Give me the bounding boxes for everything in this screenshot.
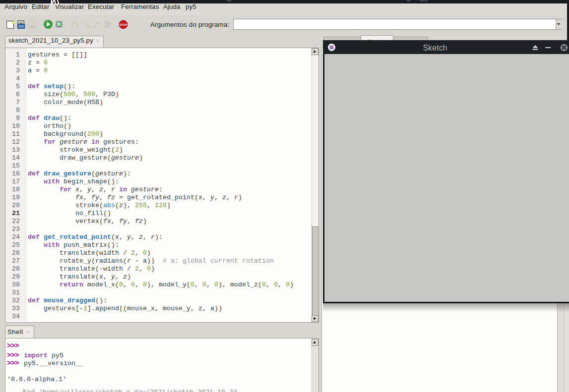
svg-text:STOP: STOP	[120, 23, 127, 26]
